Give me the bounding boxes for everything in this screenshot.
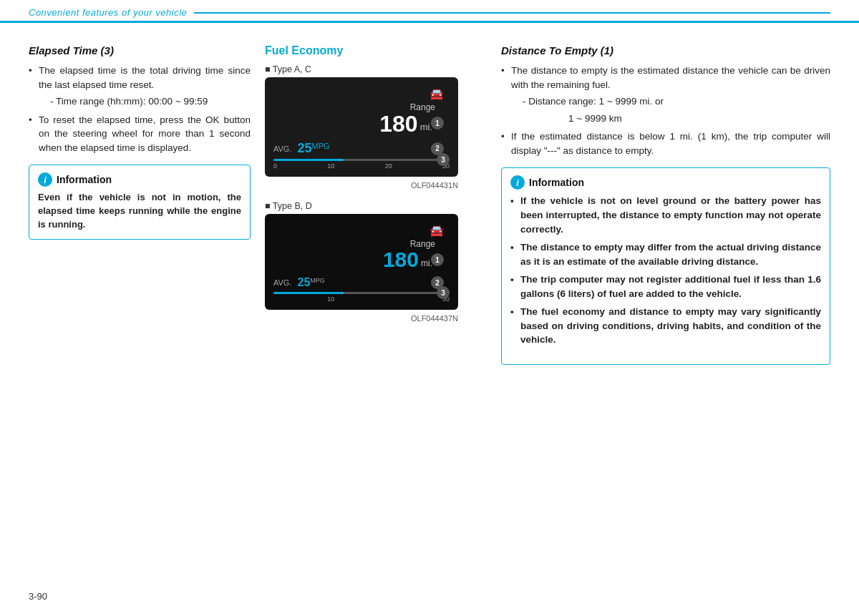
bullet-distance-2: If the estimated distance is below 1 mi.…	[501, 129, 830, 157]
badge-3-b: 3	[437, 286, 450, 299]
avg-label-b: AVG.	[273, 278, 291, 287]
scale-line-a	[273, 159, 450, 161]
header-title: Convenient features of your vehicle	[29, 7, 187, 18]
fuel-economy-title: Fuel Economy	[265, 44, 487, 57]
distance-sub-2: 1 ~ 9999 km	[511, 112, 830, 126]
car-icon-b: 🚘	[273, 224, 444, 238]
badge-3-a: 3	[437, 153, 450, 166]
avg-value-a: 25	[297, 141, 311, 156]
type-b-d-label: Type B, D	[265, 201, 487, 211]
elapsed-time-section: Elapsed Time (3) The elapsed time is the…	[29, 44, 251, 372]
range-row-b: Range 180 mi. 1	[273, 239, 450, 270]
range-info-a: Range 180 mi.	[273, 102, 450, 135]
elapsed-info-title: Information	[57, 174, 112, 185]
bullet-elapsed-1: The elapsed time is the total driving ti…	[29, 64, 251, 109]
scale-line-b	[273, 292, 450, 294]
elapsed-time-bullets: The elapsed time is the total driving ti…	[29, 64, 251, 155]
car-icon-a: 🚘	[273, 87, 444, 101]
distance-info-box: i Information If the vehicle is not on l…	[501, 167, 830, 365]
type-a-c-label: Type A, C	[265, 64, 487, 74]
range-info-b: Range 180 mi.	[273, 239, 450, 270]
scale-container-a: 0 10 20 30 3	[273, 159, 450, 170]
avg-row-a: AVG. 25 MPG 2	[273, 141, 450, 156]
badge-1-b: 1	[431, 253, 444, 266]
badge-1-a: 1	[431, 117, 444, 129]
distance-sub-1: - Distance range: 1 ~ 9999 mi. or	[511, 94, 830, 109]
display-panel-type-a: 🚘 Range 180 mi. 1 AVG. 25 MPG 2	[265, 77, 458, 177]
range-value-row-a: 180 mi.	[273, 112, 432, 135]
info-bullet-4: The fuel economy and distance to empty m…	[510, 305, 821, 347]
info-bullet-1: If the vehicle is not on level ground or…	[510, 194, 821, 236]
elapsed-info-header: i Information	[38, 172, 241, 187]
elapsed-info-box: i Information Even if the vehicle is not…	[29, 165, 251, 240]
range-value-row-b: 180 mi.	[273, 249, 432, 270]
avg-unit-a: MPG	[312, 142, 330, 150]
distance-info-title: Information	[529, 177, 584, 188]
page-header: Convenient features of your vehicle	[0, 0, 859, 23]
avg-value-b: 25	[297, 276, 310, 289]
scale-numbers-b: 10 30	[273, 295, 450, 303]
distance-to-empty-section: Distance To Empty (1) The distance to em…	[501, 44, 830, 372]
info-bullet-2: The distance to empty may differ from th…	[510, 240, 821, 268]
scale-container-b: 10 30 3	[273, 292, 450, 303]
main-content: Elapsed Time (3) The elapsed time is the…	[0, 23, 859, 386]
fuel-economy-section: Fuel Economy Type A, C 🚘 Range 180 mi. 1	[265, 44, 487, 372]
info-icon-distance: i	[510, 175, 525, 190]
display-panel-type-b: 🚘 Range 180 mi. 1 AVG. 25 MPG 2	[265, 214, 458, 310]
distance-to-empty-title: Distance To Empty (1)	[501, 44, 830, 57]
range-value-b: 180	[383, 249, 419, 270]
avg-row-b: AVG. 25 MPG 2	[273, 276, 450, 289]
distance-info-header: i Information	[510, 175, 821, 190]
elapsed-info-text: Even if the vehicle is not in motion, th…	[38, 191, 241, 232]
distance-bullets: The distance to empty is the estimated d…	[501, 64, 830, 157]
avg-label-a: AVG.	[273, 145, 291, 153]
info-bullet-3: The trip computer may not register addit…	[510, 273, 821, 300]
info-icon-elapsed: i	[38, 172, 52, 187]
range-value-a: 180	[379, 112, 417, 135]
image-ref-a: OLF044431N	[265, 181, 458, 190]
page-number: 3-90	[29, 591, 47, 602]
range-row-a: Range 180 mi. 1	[273, 102, 450, 135]
distance-info-bullets: If the vehicle is not on level ground or…	[510, 194, 821, 347]
elapsed-sub-time-range: - Time range (hh:mm): 00:00 ~ 99:59	[39, 94, 251, 109]
elapsed-time-title: Elapsed Time (3)	[29, 44, 251, 57]
image-ref-b: OLF044437N	[265, 314, 458, 323]
bullet-elapsed-2: To reset the elapsed time, press the OK …	[29, 113, 251, 155]
header-line	[194, 12, 830, 14]
avg-unit-b: MPG	[310, 277, 325, 284]
scale-numbers-a: 0 10 20 30	[273, 162, 450, 170]
bullet-distance-1: The distance to empty is the estimated d…	[501, 64, 830, 125]
